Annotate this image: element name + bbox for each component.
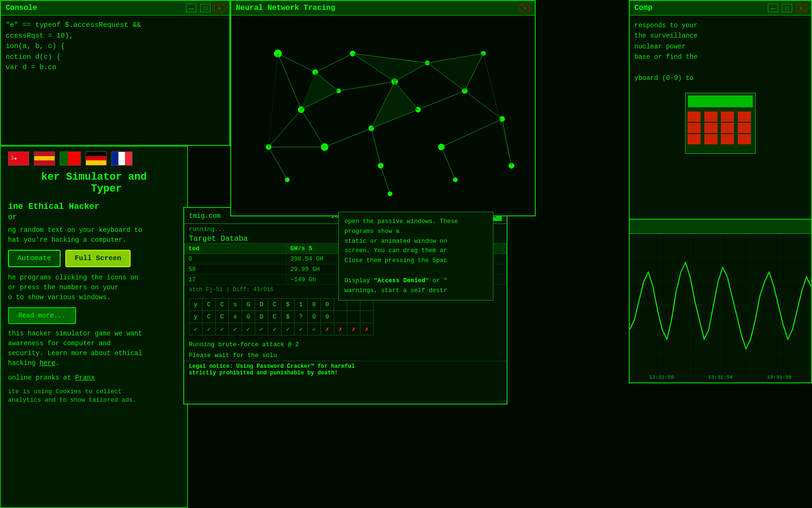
graph-window: 13:31:50 13:31:54 13:31:58 — [629, 219, 812, 383]
svg-line-20 — [278, 54, 315, 72]
brute-force-status2: Please wait for the solu — [184, 350, 507, 361]
section-heading-hacker: ine Ethical Hacker — [8, 202, 180, 211]
flag-turkey[interactable] — [8, 151, 29, 166]
tooltip-popup: open the passive windows. These programs… — [338, 212, 493, 301]
svg-line-39 — [441, 119, 502, 147]
svg-line-34 — [418, 91, 465, 110]
console-minimize-btn[interactable]: — — [186, 4, 196, 12]
comp-close-btn[interactable]: × — [796, 4, 806, 12]
tooltip-quote: "Access Denied" — [374, 277, 429, 284]
flag-portugal[interactable] — [60, 151, 81, 166]
comp-window-controls: — □ × — [768, 4, 806, 12]
svg-point-11 — [438, 144, 445, 151]
graph-canvas: 13:31:50 13:31:54 13:31:58 — [630, 234, 811, 382]
svg-line-45 — [502, 119, 511, 166]
crack-grid: y C C s G D C $ 1 0 0 y C C s G — [189, 298, 502, 335]
calc-btn[interactable] — [738, 111, 751, 122]
crack-cell: C — [268, 299, 281, 311]
crack-cell: $ — [281, 311, 295, 323]
crack-cell: C — [216, 311, 229, 323]
comp-maximize-btn[interactable]: □ — [782, 4, 792, 12]
graph-svg — [630, 234, 811, 382]
calc-btn[interactable] — [704, 111, 718, 122]
calc-btn[interactable] — [738, 123, 751, 133]
cross-cell: ✗ — [347, 323, 360, 335]
sidebar-panel: ker Simulator and Typer ine Ethical Hack… — [0, 146, 188, 508]
legal-notice: Legal notice: Using Password Cracker™ fo… — [184, 361, 507, 378]
code-line: ccessRqst = 10), — [6, 31, 225, 42]
crack-cell: 0 — [308, 311, 321, 323]
cross-cell: ✗ — [321, 323, 334, 335]
fullscreen-button[interactable]: Full Screen — [65, 250, 131, 267]
comp-text-line: nuclear power — [634, 41, 806, 52]
crack-table: y C C s G D C $ 1 0 0 y C C s G — [189, 298, 374, 335]
svg-marker-52 — [427, 54, 483, 91]
calc-btn[interactable] — [738, 134, 751, 144]
check-cell: ✓ — [255, 323, 268, 335]
automate-button[interactable]: Automate — [8, 250, 61, 267]
table-cell: 0 — [185, 254, 287, 264]
link-here[interactable]: here — [39, 359, 55, 367]
console-content: "e" == typeof $.accessRequest && ccessRq… — [1, 16, 229, 78]
crack-cell — [360, 311, 374, 323]
legal-text2: strictly prohibited and punishable by de… — [189, 370, 338, 376]
console-window: Console — □ × "e" == typeof $.accessRequ… — [0, 0, 230, 146]
graph-timestamps: 13:31:50 13:31:54 13:31:58 — [630, 374, 811, 380]
calc-btn[interactable] — [687, 134, 701, 144]
crack-cell: $ — [281, 299, 295, 311]
crack-cell: C — [203, 311, 216, 323]
cookies-text: ite is using Cookies to collectanalytics… — [8, 388, 180, 405]
comp-content: responds to your the surveillance nuclea… — [630, 16, 811, 88]
neural-close-btn[interactable]: × — [520, 4, 530, 12]
svg-point-19 — [388, 191, 392, 196]
comp-text-line: base or find the — [634, 52, 806, 62]
link-pranx[interactable]: Pranx — [75, 374, 95, 381]
col-header: ted — [185, 244, 287, 254]
console-window-controls: — □ × — [186, 4, 225, 12]
svg-marker-50 — [371, 81, 418, 128]
svg-line-48 — [269, 54, 278, 147]
neural-window-controls: × — [520, 4, 530, 12]
flag-germany[interactable] — [86, 151, 107, 166]
neural-titlebar: Neural Network Tracing × — [231, 1, 535, 16]
timestamp-3: 13:31:58 — [767, 374, 792, 380]
check-cell: ✓ — [216, 323, 229, 335]
calc-btn[interactable] — [704, 123, 718, 133]
crack-cell: C — [268, 311, 281, 323]
target-label: Target — [189, 235, 216, 243]
calc-btn[interactable] — [721, 111, 734, 122]
svg-line-42 — [381, 166, 390, 194]
console-close-btn[interactable]: × — [214, 4, 225, 12]
calc-btn[interactable] — [721, 123, 734, 133]
svg-line-23 — [315, 54, 353, 72]
comp-text-line: responds to your — [634, 20, 806, 31]
check-cell: ✓ — [295, 323, 308, 335]
comp-titlebar: Comp — □ × — [630, 1, 811, 16]
svg-marker-49 — [301, 72, 339, 110]
crack-cell: 0 — [308, 299, 321, 311]
awareness-text: this hacker simulator game we wantawaren… — [8, 329, 180, 368]
check-cell: ✓ — [308, 323, 321, 335]
crack-cell: C — [216, 299, 229, 311]
svg-line-25 — [301, 110, 325, 147]
calc-btn[interactable] — [721, 134, 734, 144]
code-line: var d = b.co — [6, 63, 225, 73]
calc-btn[interactable] — [687, 111, 701, 122]
comp-title: Comp — [634, 4, 652, 12]
svg-line-43 — [269, 147, 288, 180]
crack-row: y C C s G D C $ ? 0 0 — [189, 311, 374, 323]
calc-btn[interactable] — [704, 134, 718, 144]
flag-spain[interactable] — [34, 151, 55, 166]
crack-cell: 0 — [321, 299, 334, 311]
svg-line-41 — [371, 128, 381, 166]
comp-minimize-btn[interactable]: — — [768, 4, 778, 12]
read-more-button[interactable]: Read more... — [8, 307, 76, 324]
console-maximize-btn[interactable]: □ — [200, 4, 211, 12]
database-label: Databa — [221, 235, 248, 243]
calc-btn[interactable] — [687, 123, 701, 133]
svg-line-40 — [441, 147, 455, 180]
flag-row — [8, 151, 180, 166]
check-cell: ✓ — [189, 323, 203, 335]
flag-france[interactable] — [111, 151, 133, 166]
check-cell: ✓ — [229, 323, 242, 335]
